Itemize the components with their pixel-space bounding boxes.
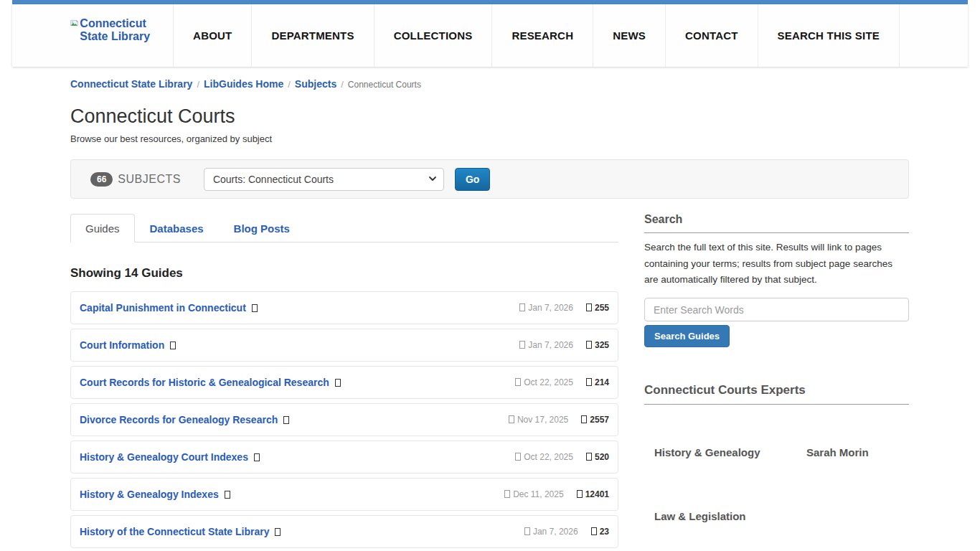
breadcrumb-separator: / [341,79,344,90]
info-icon [225,491,230,499]
guide-list-item: History & Genealogy Indexes Dec 11, 2025… [70,478,618,511]
guide-meta: Oct 22, 2025 520 [515,452,609,462]
nav-item-news[interactable]: NEWS [593,4,665,67]
guide-meta: Dec 11, 2025 12401 [504,489,609,499]
calendar-icon [519,303,525,311]
calendar-icon [515,378,521,386]
nav-item-departments[interactable]: DEPARTMENTS [251,4,373,67]
search-guides-button[interactable]: Search Guides [644,325,730,347]
page-container: Connecticut State Library ABOUT DEPARTME… [12,0,968,551]
expert-row: Law & Legislation [644,510,909,522]
search-heading: Search [644,213,909,233]
guide-list-item: Court Records for Historic & Genealogica… [70,366,618,399]
guide-list-item: Divorce Records for Genealogy Research N… [70,403,618,436]
info-icon [283,416,289,424]
expert-subject: History & Genealogy [654,446,806,458]
guide-view-count: 325 [586,340,609,350]
page-title: Connecticut Courts [70,105,909,128]
subjects-bar: 66 SUBJECTS Courts: Connecticut Courts G… [70,159,909,199]
guide-view-count: 12401 [577,489,609,499]
guide-updated-date: Nov 17, 2025 [509,415,568,425]
guide-meta: Jan 7, 2026 325 [519,340,609,350]
views-icon [586,453,592,461]
experts-box: Connecticut Courts Experts History & Gen… [644,383,909,522]
subject-select-wrap: Courts: Connecticut Courts [204,168,444,191]
guide-updated-date: Dec 11, 2025 [504,489,564,499]
guide-meta: Jan 7, 2026 23 [524,527,609,537]
guide-updated-date: Oct 22, 2025 [515,452,573,462]
logo-area: Connecticut State Library [12,4,173,67]
tab-databases[interactable]: Databases [135,214,219,242]
breadcrumb: Connecticut State Library/LibGuides Home… [70,78,909,90]
subjects-label: SUBJECTS [118,173,181,186]
expert-name-link[interactable]: Sarah Morin [806,446,869,458]
breadcrumb-separator: / [197,79,199,90]
calendar-icon [509,415,514,423]
sidebar: Search Search the full text of this site… [644,213,909,551]
breadcrumb-separator: / [288,79,291,90]
guide-meta: Jan 7, 2026 255 [519,303,609,313]
breadcrumb-link-subjects[interactable]: Subjects [295,78,336,90]
subject-select[interactable]: Courts: Connecticut Courts [204,168,444,191]
nav-item-research[interactable]: RESEARCH [491,4,593,67]
guide-view-count: 23 [591,527,609,537]
search-description: Search the full text of this site. Resul… [644,240,909,288]
site-header: Connecticut State Library ABOUT DEPARTME… [12,4,968,67]
guide-link[interactable]: Court Records for Historic & Genealogica… [80,377,329,388]
info-icon [170,342,176,349]
guide-view-count: 2557 [581,415,609,425]
calendar-icon [524,527,530,535]
calendar-icon [519,341,525,349]
tab-guides[interactable]: Guides [70,214,135,242]
go-button[interactable]: Go [455,168,490,191]
views-icon [586,378,592,386]
guide-updated-date: Jan 7, 2026 [524,527,578,537]
site-logo-link[interactable]: Connecticut State Library [70,17,173,43]
tab-blog-posts[interactable]: Blog Posts [219,214,305,242]
views-icon [577,490,583,498]
tabs: Guides Databases Blog Posts [70,213,618,242]
guide-view-count: 520 [586,452,609,462]
calendar-icon [515,453,521,461]
guides-column: Guides Databases Blog Posts Showing 14 G… [70,213,618,551]
nav-item-about[interactable]: ABOUT [173,4,251,67]
calendar-icon [504,490,510,498]
info-icon [335,379,341,387]
views-icon [591,527,597,535]
content-area: Connecticut State Library/LibGuides Home… [12,78,968,551]
views-icon [586,303,592,311]
guide-list: Capital Punishment in Connecticut Jan 7,… [70,291,618,551]
guides-count-heading: Showing 14 Guides [70,266,618,281]
guide-meta: Nov 17, 2025 2557 [509,415,609,425]
info-icon [275,528,281,536]
expert-row: History & Genealogy Sarah Morin [644,446,909,458]
nav-item-contact[interactable]: CONTACT [665,4,758,67]
guide-updated-date: Jan 7, 2026 [519,303,573,313]
views-icon [586,341,592,349]
info-icon [254,453,260,461]
search-input[interactable] [644,298,909,321]
logo-alt-text: Connecticut State Library [80,17,173,43]
guide-list-item: Capital Punishment in Connecticut Jan 7,… [70,291,618,324]
breadcrumb-link-libguides-home[interactable]: LibGuides Home [204,78,283,90]
guide-link[interactable]: Court Information [80,339,164,351]
experts-heading: Connecticut Courts Experts [644,383,909,405]
guide-link[interactable]: History of the Connecticut State Library [80,526,269,537]
expert-subject: Law & Legislation [654,510,806,522]
guide-meta: Oct 22, 2025 214 [515,377,609,387]
views-icon [581,415,587,423]
nav-item-collections[interactable]: COLLECTIONS [374,4,492,67]
guide-link[interactable]: Divorce Records for Genealogy Research [80,414,278,425]
breadcrumb-current: Connecticut Courts [348,80,421,90]
nav-item-search-this-site[interactable]: SEARCH THIS SITE [758,4,900,67]
main-nav: ABOUT DEPARTMENTS COLLECTIONS RESEARCH N… [173,4,900,67]
guide-link[interactable]: History & Genealogy Indexes [80,489,219,500]
broken-image-icon [70,18,78,29]
guide-link[interactable]: History & Genealogy Court Indexes [80,451,248,463]
page-subtitle: Browse our best resources, organized by … [70,133,909,144]
search-box: Search Search the full text of this site… [644,213,909,347]
guide-link[interactable]: Capital Punishment in Connecticut [80,302,246,314]
guide-updated-date: Oct 22, 2025 [515,377,573,387]
breadcrumb-link-library[interactable]: Connecticut State Library [70,78,192,90]
guide-view-count: 255 [586,303,609,313]
